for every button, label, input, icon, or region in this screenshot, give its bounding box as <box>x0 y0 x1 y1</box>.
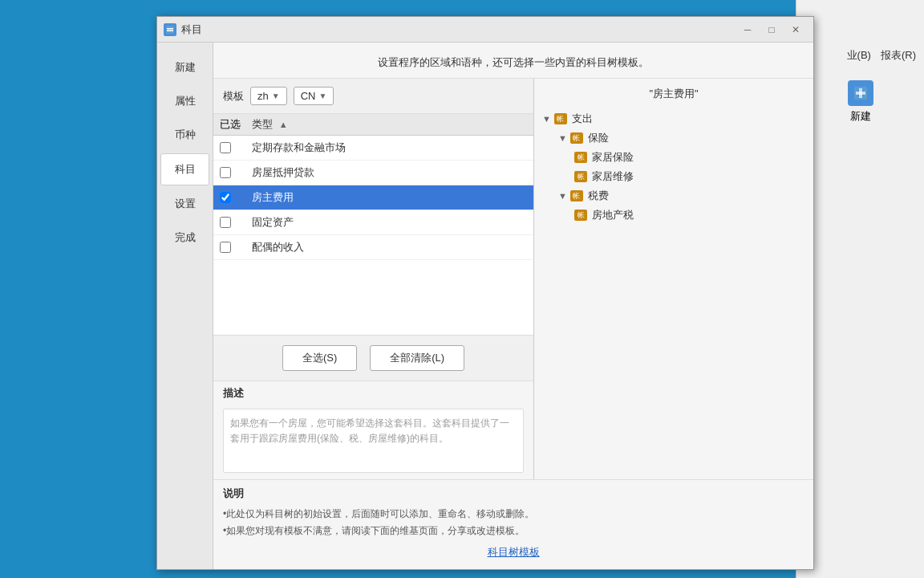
minimize-button[interactable]: ─ <box>736 21 759 39</box>
tree-label-home-insurance: 家居保险 <box>592 150 634 165</box>
checkbox-3[interactable] <box>220 192 231 203</box>
tree-children-tax: 帐 房地产税 <box>574 206 805 225</box>
title-bar: 科目 ─ □ ✕ <box>157 17 813 43</box>
expand-icon-insurance[interactable]: ▼ <box>558 133 567 143</box>
sort-icon[interactable]: ▲ <box>279 120 288 129</box>
row-label-3: 房主费用 <box>252 190 527 205</box>
sidebar-item-create[interactable]: 新建 <box>160 52 209 83</box>
main-content: 设置程序的区域和语种，还可选择一些内置的科目树模板。 模板 zh ▼ CN <box>213 43 813 569</box>
sidebar-item-properties[interactable]: 属性 <box>160 86 209 116</box>
checkbox-5[interactable] <box>220 242 231 253</box>
bg-menu-item-ye[interactable]: 业(B) <box>847 48 871 63</box>
row-checkbox-1[interactable] <box>220 142 252 153</box>
tree-title: "房主费用" <box>542 87 805 101</box>
checkbox-1[interactable] <box>220 142 231 153</box>
tree-node-insurance[interactable]: ▼ 帐 保险 <box>558 128 805 148</box>
row-checkbox-4[interactable] <box>220 217 252 228</box>
notes-title: 说明 <box>223 486 804 501</box>
account-icon-tax: 帐 <box>570 190 583 201</box>
lang-value: zh <box>257 90 269 102</box>
top-description: 设置程序的区域和语种，还可选择一些内置的科目树模板。 <box>213 43 813 79</box>
account-icon-insurance: 帐 <box>570 132 583 144</box>
notes-item-1: •此处仅为科目树的初始设置，后面随时可以添加、重命名、移动或删除。 <box>223 506 804 523</box>
svg-rect-3 <box>856 92 865 95</box>
content-area: 模板 zh ▼ CN ▼ 已选 <box>213 79 813 479</box>
tree-children-expense: ▼ 帐 保险 帐 家居保险 帐 <box>558 128 805 225</box>
left-panel: 模板 zh ▼ CN ▼ 已选 <box>213 79 534 479</box>
tree-children-insurance: 帐 家居保险 帐 家居维修 <box>574 148 805 186</box>
template-bar: 模板 zh ▼ CN ▼ <box>213 79 533 114</box>
clear-all-button[interactable]: 全部清除(L) <box>370 345 464 371</box>
svg-rect-5 <box>167 28 173 30</box>
tree-container: ▼ 帐 支出 ▼ 帐 保险 <box>542 109 805 225</box>
sidebar-item-finish[interactable]: 完成 <box>160 222 209 253</box>
dialog-title: 科目 <box>181 22 736 37</box>
account-icon-property-tax: 帐 <box>574 210 587 221</box>
description-text: 如果您有一个房屋，您可能希望选择这套科目。这套科目提供了一套用于跟踪房屋费用(保… <box>223 409 524 473</box>
tree-label-tax: 税费 <box>588 189 609 203</box>
table-header: 已选 类型 ▲ <box>213 114 533 136</box>
description-title: 描述 <box>213 381 533 405</box>
region-dropdown[interactable]: CN ▼ <box>294 87 334 105</box>
maximize-button[interactable]: □ <box>760 21 783 39</box>
bg-new-button[interactable]: 新建 <box>848 80 873 124</box>
background-window: 业(B) 报表(R) 新建 <box>796 0 924 578</box>
row-label-2: 房屋抵押贷款 <box>252 165 527 180</box>
region-value: CN <box>301 90 316 102</box>
expand-icon-tax[interactable]: ▼ <box>558 191 567 201</box>
account-icon-home-insurance: 帐 <box>574 152 587 163</box>
bg-menu-item-baobiao[interactable]: 报表(R) <box>881 48 916 63</box>
tree-node-home-repair[interactable]: 帐 家居维修 <box>574 167 805 186</box>
svg-rect-4 <box>166 26 174 34</box>
title-icon <box>164 23 176 36</box>
region-dropdown-arrow: ▼ <box>318 92 326 100</box>
account-icon-home-repair: 帐 <box>574 171 587 182</box>
tree-label-expense: 支出 <box>572 112 593 126</box>
account-icon-expense: 帐 <box>554 113 567 124</box>
tree-node-property-tax[interactable]: 帐 房地产税 <box>574 206 805 225</box>
row-checkbox-3[interactable] <box>220 192 252 203</box>
tree-node-expense[interactable]: ▼ 帐 支出 <box>542 109 805 128</box>
header-type: 类型 ▲ <box>252 117 527 132</box>
sidebar-item-currency[interactable]: 币种 <box>160 120 209 150</box>
sidebar-item-accounts[interactable]: 科目 <box>160 153 209 185</box>
tree-label-property-tax: 房地产税 <box>592 208 634 222</box>
bg-new-label: 新建 <box>850 109 871 124</box>
lang-dropdown[interactable]: zh ▼ <box>250 87 287 105</box>
tree-label-insurance: 保险 <box>588 131 609 145</box>
title-controls: ─ □ ✕ <box>736 21 807 39</box>
button-row: 全选(S) 全部清除(L) <box>213 335 533 381</box>
row-label-5: 配偶的收入 <box>252 240 527 254</box>
svg-rect-6 <box>167 30 173 31</box>
notes-section: 说明 •此处仅为科目树的初始设置，后面随时可以添加、重命名、移动或删除。 •如果… <box>213 479 813 569</box>
row-label-4: 固定资产 <box>252 215 527 230</box>
checkbox-4[interactable] <box>220 217 231 228</box>
notes-item-2: •如果您对现有模板不满意，请阅读下面的维基页面，分享或改进模板。 <box>223 523 804 540</box>
main-dialog: 科目 ─ □ ✕ 新建 属性 币种 科目 设置 完成 设置程序的区域和语种，还可… <box>156 16 814 570</box>
expand-icon-expense[interactable]: ▼ <box>542 114 551 124</box>
tree-label-home-repair: 家居维修 <box>592 169 634 184</box>
table-row[interactable]: 房屋抵押贷款 <box>213 161 533 185</box>
table-row-selected[interactable]: 房主费用 <box>213 185 533 210</box>
row-checkbox-5[interactable] <box>220 242 252 253</box>
tree-node-tax[interactable]: ▼ 帐 税费 <box>558 186 805 206</box>
bg-menu-bar: 业(B) 报表(R) <box>796 48 924 63</box>
select-all-button[interactable]: 全选(S) <box>282 345 357 371</box>
description-section: 描述 如果您有一个房屋，您可能希望选择这套科目。这套科目提供了一套用于跟踪房屋费… <box>213 381 533 479</box>
checkbox-2[interactable] <box>220 167 231 178</box>
sidebar: 新建 属性 币种 科目 设置 完成 <box>157 43 213 569</box>
table-row[interactable]: 定期存款和金融市场 <box>213 136 533 161</box>
notes-link[interactable]: 科目树模板 <box>223 545 804 560</box>
table-row[interactable]: 配偶的收入 <box>213 235 533 260</box>
sidebar-item-settings[interactable]: 设置 <box>160 189 209 219</box>
right-panel: "房主费用" ▼ 帐 支出 ▼ 帐 <box>534 79 813 479</box>
dialog-body: 新建 属性 币种 科目 设置 完成 设置程序的区域和语种，还可选择一些内置的科目… <box>157 43 813 569</box>
table-row[interactable]: 固定资产 <box>213 210 533 235</box>
table-rows: 定期存款和金融市场 房屋抵押贷款 房主费用 <box>213 136 533 335</box>
tree-node-home-insurance[interactable]: 帐 家居保险 <box>574 148 805 167</box>
close-button[interactable]: ✕ <box>784 21 807 39</box>
row-checkbox-2[interactable] <box>220 167 252 178</box>
header-selected: 已选 <box>220 117 252 132</box>
row-label-1: 定期存款和金融市场 <box>252 140 527 155</box>
bg-new-icon <box>848 80 873 106</box>
